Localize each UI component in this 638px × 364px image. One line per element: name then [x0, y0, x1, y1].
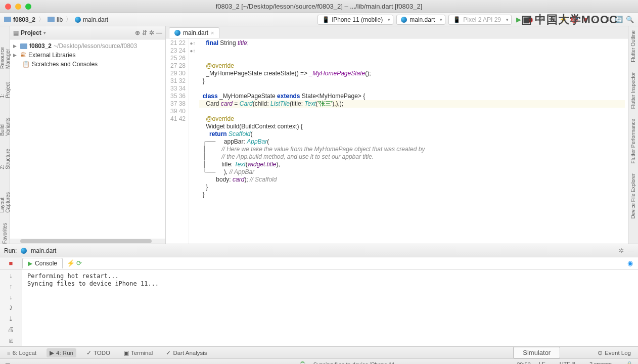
status-line-ending[interactable]: LF ⌄	[539, 361, 552, 364]
hot-reload-icon[interactable]: ⚡	[559, 16, 567, 24]
editor-body[interactable]: 21 22 23 24 25 26 27 28 29 30 31 32 33 3…	[166, 38, 628, 244]
folder-icon	[48, 17, 55, 22]
tree-path: ~/Desktop/lesson/source/f0803	[54, 42, 137, 50]
h-scrollbar[interactable]	[10, 239, 165, 244]
gear-icon[interactable]: ✲	[149, 29, 154, 36]
bottom-tool-tabs: ≡ 6: Logcat ▶ 4: Run ✓ TODO ▣ Terminal ✓…	[0, 346, 638, 358]
breadcrumb-project[interactable]: f0803_2	[4, 16, 35, 23]
scroll-end-icon[interactable]: ⤓	[6, 315, 17, 323]
left-tool-strip: Resource Manager 1: Project Build Varian…	[0, 26, 10, 244]
minimize-icon[interactable]	[15, 4, 21, 10]
chevron-right-icon: 〉	[38, 15, 44, 24]
tool-flutter-outline[interactable]: Flutter Outline	[630, 30, 636, 62]
tree-item-external-libs[interactable]: ▶ 🏛 External Libraries	[10, 51, 165, 60]
sdk-icon[interactable]: ⬇	[604, 16, 612, 24]
stop-icon[interactable]: ■	[581, 16, 589, 24]
up-icon[interactable]: ↑	[6, 282, 17, 290]
zoom-icon[interactable]	[25, 4, 31, 10]
coverage-icon[interactable]: ⟳	[537, 16, 545, 24]
project-tree: ▶ f0803_2 ~/Desktop/lesson/source/f0803 …	[10, 39, 165, 71]
breadcrumb-folder[interactable]: lib	[48, 16, 63, 23]
run-side-toolbar: ↓ ↑ ↓ ⤸ ⤓ 🖨 ⎚	[0, 269, 22, 346]
breadcrumb-file[interactable]: main.dart	[75, 16, 108, 23]
project-panel-title: Project	[21, 29, 41, 36]
expand-icon[interactable]: ⇵	[142, 29, 147, 36]
close-icon[interactable]: ×	[211, 30, 214, 36]
tool-flutter-performance[interactable]: Flutter Performance	[630, 119, 636, 163]
console-tab[interactable]: ▶ Console	[22, 258, 63, 268]
hide-icon[interactable]: —	[628, 247, 634, 254]
window-controls	[5, 4, 31, 10]
chevron-right-icon[interactable]: ▶	[13, 53, 18, 58]
profile-icon[interactable]: ⏱	[548, 16, 556, 24]
status-sync: Syncing files to device iPhone 11...	[313, 361, 400, 365]
breadcrumb-folder-label: lib	[57, 16, 63, 23]
lock-icon[interactable]: 🔒	[626, 361, 633, 364]
run-config-selector[interactable]: main.dart	[396, 15, 445, 25]
tab-terminal[interactable]: ▣ Terminal	[120, 348, 156, 357]
rerun-icon[interactable]: ↓	[6, 271, 17, 279]
chevron-right-icon[interactable]: ▶	[13, 43, 18, 49]
status-position[interactable]: 29:53	[517, 361, 531, 365]
tab-event-log[interactable]: ⊙ Event Log	[595, 348, 634, 357]
simulator-indicator[interactable]: Simulator	[513, 347, 560, 358]
play-icon: ▶	[28, 260, 32, 267]
scratch-icon: 📋	[22, 61, 30, 68]
tool-layout-captures[interactable]: Layout Captures	[0, 179, 11, 213]
close-icon[interactable]	[5, 4, 11, 10]
library-icon: 🏛	[20, 52, 26, 59]
tool-resource-manager[interactable]: Resource Manager	[0, 30, 11, 69]
run-tabs: ■ ▶ Console ⚡ ⟳ ◉	[0, 257, 638, 269]
status-indent[interactable]: 2 spaces ⌄	[589, 361, 618, 364]
line-gutter: 21 22 23 24 25 26 27 28 29 30 31 32 33 3…	[166, 38, 189, 244]
run-icon[interactable]: ▶	[515, 16, 523, 24]
gutter-marks: ●↑ ●↑	[189, 38, 196, 244]
editor-tab-main[interactable]: main.dart ×	[169, 27, 219, 38]
tab-dart-analysis[interactable]: ✓ Dart Analysis	[163, 348, 210, 357]
tool-build-variants[interactable]: Build Variants	[0, 108, 11, 136]
project-panel: ▤ Project ▾ ⊕ ⇵ ✲ — ▶ f0803_2 ~/Desktop/…	[10, 26, 166, 244]
gear-icon[interactable]: ✲	[619, 247, 624, 254]
tree-label: External Libraries	[28, 52, 75, 59]
soft-wrap-icon[interactable]: ⤸	[6, 304, 17, 311]
run-panel: Run: main.dart ✲ — ■ ▶ Console ⚡ ⟳ ◉ ↓ ↑…	[0, 244, 638, 346]
editor: main.dart × 21 22 23 24 25 26 27 28 29 3…	[166, 26, 628, 244]
hot-reload-icon[interactable]: ⚡	[67, 259, 75, 267]
tree-item-scratches[interactable]: 📋 Scratches and Consoles	[10, 60, 165, 69]
down-icon[interactable]: ↓	[6, 293, 17, 301]
dart-icon	[174, 30, 180, 36]
breadcrumb-file-label: main.dart	[83, 16, 108, 23]
hide-icon[interactable]: —	[156, 29, 162, 36]
tab-run[interactable]: ▶ 4: Run	[47, 348, 76, 357]
tree-item-project-root[interactable]: ▶ f0803_2 ~/Desktop/lesson/source/f0803	[10, 41, 165, 51]
tool-structure[interactable]: Z: Structure	[0, 146, 11, 169]
emulator-selector[interactable]: 📱 Pixel 2 API 29	[448, 15, 512, 25]
tree-label: Scratches and Consoles	[32, 61, 98, 68]
tool-project[interactable]: 1: Project	[0, 79, 11, 98]
tool-device-file-explorer[interactable]: Device File Explorer	[630, 173, 636, 218]
run-config-label: main.dart	[409, 16, 435, 23]
console-output[interactable]: Performing hot restart... Syncing files …	[22, 269, 638, 346]
device-selector[interactable]: 📱 iPhone 11 (mobile)	[317, 15, 394, 25]
run-body: ↓ ↑ ↓ ⤸ ⤓ 🖨 ⎚ Performing hot restart... …	[0, 269, 638, 346]
print-icon[interactable]: 🖨	[6, 326, 17, 333]
status-encoding[interactable]: UTF-8 ⌄	[560, 361, 581, 364]
search-icon[interactable]: 🔍	[626, 16, 634, 24]
folder-icon	[20, 43, 27, 49]
debug-icon[interactable]: 🐞	[526, 16, 534, 24]
avd-icon[interactable]: ▭	[593, 16, 601, 24]
dart-icon	[401, 17, 407, 23]
tab-todo[interactable]: ✓ TODO	[83, 348, 113, 357]
tab-logcat[interactable]: ≡ 6: Logcat	[4, 349, 39, 357]
stop-icon[interactable]: ■	[6, 258, 17, 269]
attach-icon[interactable]: 🎯	[570, 16, 578, 24]
hot-restart-icon[interactable]: ⟳	[75, 259, 83, 267]
tool-favorites[interactable]: Favorites	[2, 223, 8, 244]
code-area[interactable]: final String title; @override _MyHomePag…	[196, 38, 628, 244]
sync-icon[interactable]: 🔄	[615, 16, 623, 24]
clear-icon[interactable]: ⎚	[6, 337, 17, 344]
open-devtools-icon[interactable]: ◉	[626, 259, 634, 267]
tool-flutter-inspector[interactable]: Flutter Inspector	[630, 72, 636, 109]
navbar: f0803_2 〉 lib 〉 main.dart 📱 iPhone 11 (m…	[0, 13, 638, 26]
locate-icon[interactable]: ⊕	[135, 29, 140, 36]
